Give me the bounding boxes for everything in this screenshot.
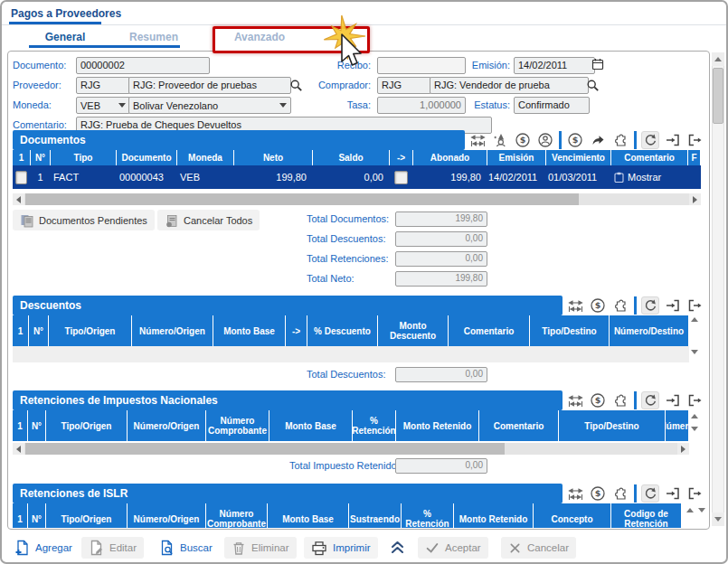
col-header[interactable]: N°: [28, 503, 46, 528]
col-header[interactable]: Número/Origen: [128, 503, 206, 528]
comprador-search-icon[interactable]: [586, 79, 600, 92]
import-icon[interactable]: [664, 296, 682, 315]
agregar-button[interactable]: Agregar: [7, 537, 80, 559]
col-header[interactable]: Tipo/Destino: [530, 315, 610, 346]
abonar-checkbox[interactable]: [394, 171, 408, 184]
tab-general[interactable]: General: [29, 31, 101, 43]
col-header[interactable]: Comentario: [611, 150, 688, 165]
col-header[interactable]: Moneda: [177, 150, 234, 165]
col-header[interactable]: Número/Origen: [132, 315, 213, 346]
documentos-hscrollbar[interactable]: [13, 193, 701, 205]
row-select-checkbox[interactable]: [15, 171, 27, 184]
col-header[interactable]: Comentario: [479, 410, 559, 441]
scroll-left-arrow[interactable]: [13, 443, 24, 455]
refresh-icon[interactable]: [641, 296, 659, 315]
proveedor-search-icon[interactable]: [289, 79, 303, 92]
comprador-code-input[interactable]: RJG: [377, 77, 431, 94]
proveedor-code-input[interactable]: RJG: [76, 77, 130, 94]
window-tab-title[interactable]: Pagos a Proveedores: [11, 7, 121, 20]
col-header-clipped[interactable]: Número: [666, 410, 689, 441]
aceptar-button[interactable]: Aceptar: [418, 537, 488, 559]
col-header[interactable]: N°: [28, 410, 46, 441]
ret-nacionales-vscroll-up[interactable]: [691, 414, 698, 418]
export-icon[interactable]: [686, 391, 704, 409]
moneda-code-select[interactable]: VEB: [76, 97, 130, 114]
import-icon[interactable]: [664, 131, 682, 149]
col-header[interactable]: Documento: [117, 150, 177, 165]
col-header[interactable]: Emisión: [487, 150, 546, 165]
currency-icon[interactable]: $: [566, 131, 584, 149]
col-header[interactable]: % Descuento: [307, 315, 378, 346]
refresh-icon[interactable]: [641, 484, 659, 503]
col-header[interactable]: N°: [31, 150, 51, 165]
recibo-input[interactable]: [377, 57, 466, 74]
col-header[interactable]: 1: [13, 503, 28, 528]
col-header[interactable]: Comentario: [449, 315, 530, 346]
col-header[interactable]: Monto Base: [213, 315, 286, 346]
collapse-chevrons-icon[interactable]: [389, 540, 406, 555]
export-icon[interactable]: [686, 131, 704, 149]
user-icon[interactable]: [536, 131, 554, 149]
main-vscroll-thumb[interactable]: [713, 68, 723, 124]
main-vscroll-up-arrow[interactable]: [712, 52, 724, 66]
col-header-clipped[interactable]: F: [688, 150, 701, 165]
plugin-icon[interactable]: [611, 391, 629, 409]
plugin-icon[interactable]: [611, 131, 629, 149]
documentos-pendientes-button[interactable]: Documentos Pendientes: [13, 210, 155, 230]
imprimir-button[interactable]: Imprimir: [304, 537, 378, 559]
currency-icon[interactable]: $: [589, 391, 607, 409]
descuentos-vscroll-down[interactable]: [691, 350, 698, 354]
cancelar-todos-button[interactable]: Cancelar Todos: [157, 210, 260, 230]
cell-comentario[interactable]: Mostrar: [611, 165, 688, 189]
mostrar-link[interactable]: Mostrar: [628, 172, 661, 183]
cancelar-button[interactable]: Cancelar: [501, 537, 576, 559]
proveedor-name-input[interactable]: RJG: Proveedor de pruebas: [128, 77, 291, 94]
ret-islr-vscroll-down[interactable]: [698, 508, 705, 512]
col-header[interactable]: ->: [390, 150, 413, 165]
resize-columns-icon[interactable]: [566, 391, 584, 409]
col-header[interactable]: 1: [13, 315, 29, 346]
calendar-icon[interactable]: [591, 58, 604, 70]
col-header[interactable]: Tipo/Origen: [46, 503, 128, 528]
col-header[interactable]: Abonado: [413, 150, 487, 165]
col-header[interactable]: Número/Origen: [128, 410, 206, 441]
ret-islr-vscroll-up[interactable]: [686, 508, 694, 512]
col-header[interactable]: Saldo: [313, 150, 390, 165]
export-icon[interactable]: [686, 296, 704, 315]
resize-columns-icon[interactable]: [566, 296, 584, 315]
col-header[interactable]: Sustraendo: [349, 503, 402, 528]
col-header[interactable]: Número Comprobante: [206, 410, 269, 441]
wizard-icon[interactable]: [491, 131, 509, 149]
scroll-left-arrow[interactable]: [13, 193, 24, 205]
col-header[interactable]: 1: [13, 150, 31, 165]
currency-icon[interactable]: $: [514, 131, 532, 149]
currency-icon[interactable]: $: [589, 484, 607, 503]
col-header[interactable]: Monto Base: [268, 503, 349, 528]
ret-nacionales-hscrollbar[interactable]: [13, 443, 689, 455]
col-header[interactable]: Monto Descuento: [378, 315, 449, 346]
tab-resumen[interactable]: Resumen: [118, 31, 190, 43]
import-icon[interactable]: [664, 391, 682, 409]
col-header[interactable]: Monto Retenido: [454, 503, 534, 528]
scroll-right-arrow[interactable]: [677, 443, 689, 455]
col-header[interactable]: 1: [13, 410, 28, 441]
descuentos-vscroll-up[interactable]: [691, 317, 698, 322]
col-header[interactable]: Tipo/Origen: [49, 315, 132, 346]
col-header[interactable]: % Retención: [402, 503, 454, 528]
col-header[interactable]: Monto Base: [269, 410, 353, 441]
resize-columns-icon[interactable]: [468, 131, 487, 149]
col-header-clipped[interactable]: Codigo de Retención: [611, 503, 682, 528]
col-header[interactable]: % Retención: [353, 410, 396, 441]
col-header[interactable]: N°: [29, 315, 49, 346]
currency-icon[interactable]: $: [589, 296, 607, 315]
col-header[interactable]: Número/Destino: [610, 315, 689, 346]
ret-nacionales-vscroll-down[interactable]: [691, 427, 698, 431]
col-header[interactable]: ->: [286, 315, 307, 346]
moneda-name-select[interactable]: Bolivar Venezolano: [128, 97, 291, 114]
col-header[interactable]: Tipo: [51, 150, 117, 165]
buscar-button[interactable]: Buscar: [152, 537, 220, 559]
emision-input[interactable]: 14/02/2011: [514, 57, 595, 74]
export-icon[interactable]: [686, 484, 704, 503]
refresh-icon[interactable]: [641, 391, 659, 409]
col-header[interactable]: Tipo/Destino: [559, 410, 666, 441]
